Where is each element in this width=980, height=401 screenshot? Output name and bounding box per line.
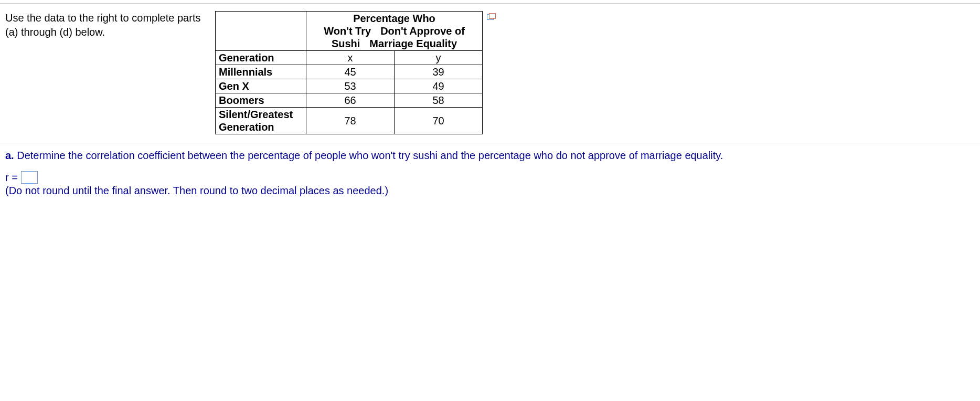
answer-line: r = (5, 171, 975, 184)
cell-x: 78 (306, 108, 395, 134)
header-super: Percentage Who (310, 12, 479, 25)
data-table-wrap: Percentage Who Won't Try Don't Approve o… (215, 11, 483, 134)
part-label: a. (5, 150, 14, 161)
question-body: Determine the correlation coefficient be… (17, 150, 723, 161)
cell-y: 70 (395, 108, 483, 134)
table-row: Boomers 66 58 (216, 93, 483, 108)
header-y: y (395, 51, 483, 65)
cell-generation: Millennials (216, 65, 306, 79)
header-blank (216, 12, 306, 51)
table-row: Silent/Greatest Generation 78 70 (216, 108, 483, 134)
cell-y: 49 (395, 79, 483, 93)
header-col2-line2: Marriage Equality (369, 37, 457, 50)
instructions-text: Use the data to the right to complete pa… (5, 11, 215, 39)
header-col2-line1: Don't Approve of (380, 25, 465, 37)
popup-icon[interactable] (487, 13, 496, 20)
section-divider (0, 143, 980, 143)
cell-generation: Gen X (216, 79, 306, 93)
cell-y: 39 (395, 65, 483, 79)
table-row: Millennials 45 39 (216, 65, 483, 79)
r-label: r = (5, 172, 18, 184)
cell-x: 53 (306, 79, 395, 93)
header-percentage: Percentage Who Won't Try Don't Approve o… (306, 12, 483, 51)
hint-text: (Do not round until the final answer. Th… (5, 185, 975, 197)
data-table: Percentage Who Won't Try Don't Approve o… (215, 11, 483, 134)
header-col1-line1: Won't Try (324, 25, 371, 37)
cell-generation: Silent/Greatest Generation (216, 108, 306, 134)
cell-x: 45 (306, 65, 395, 79)
question-area: a. Determine the correlation coefficient… (0, 150, 980, 197)
header-x: x (306, 51, 395, 65)
svg-rect-1 (489, 14, 496, 19)
cell-x: 66 (306, 93, 395, 108)
header-col1-line2: Sushi (332, 37, 360, 50)
header-generation: Generation (216, 51, 306, 65)
problem-header-area: Use the data to the right to complete pa… (0, 4, 980, 140)
cell-generation: Boomers (216, 93, 306, 108)
cell-y: 58 (395, 93, 483, 108)
question-text: a. Determine the correlation coefficient… (5, 150, 975, 162)
table-row: Gen X 53 49 (216, 79, 483, 93)
r-input[interactable] (21, 171, 38, 184)
